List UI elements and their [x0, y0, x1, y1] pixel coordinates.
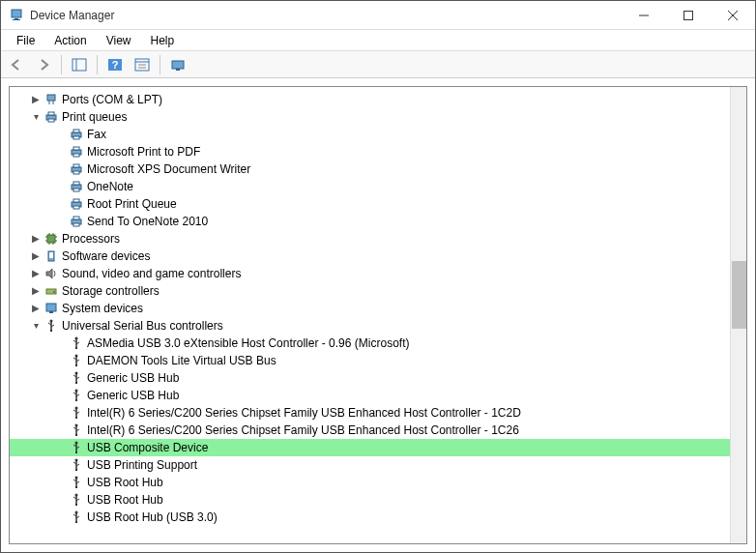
- tree-label: Universal Serial Bus controllers: [60, 317, 223, 335]
- svg-rect-36: [73, 199, 79, 202]
- svg-rect-1: [15, 18, 18, 19]
- svg-point-84: [75, 477, 78, 480]
- printer-icon: [68, 162, 85, 176]
- back-button[interactable]: [5, 54, 28, 75]
- tree-label: USB Root Hub: [85, 491, 163, 509]
- svg-text:?: ?: [112, 59, 119, 71]
- tree-node-usb-item[interactable]: USB Root Hub (USB 3.0): [10, 509, 746, 526]
- tree-panel: ▶ Ports (COM & LPT) ▾ Print queues Fax M…: [9, 86, 747, 544]
- tree-node-usb-item[interactable]: USB Root Hub: [10, 491, 746, 509]
- tree-node-print-item[interactable]: Microsoft Print to PDF: [10, 143, 746, 160]
- tree-node-usb-item-selected[interactable]: USB Composite Device: [10, 439, 746, 456]
- svg-rect-33: [73, 182, 79, 185]
- usb-icon: [68, 354, 85, 367]
- minimize-button[interactable]: [622, 1, 666, 30]
- tree-node-usb-item[interactable]: Generic USB Hub: [10, 387, 746, 404]
- tree-label: Microsoft XPS Document Writer: [85, 160, 250, 178]
- forward-button[interactable]: [32, 54, 55, 75]
- tree-node-software-devices[interactable]: ▶ Software devices: [10, 247, 746, 265]
- menu-help[interactable]: Help: [141, 32, 185, 49]
- menu-action[interactable]: Action: [44, 32, 96, 49]
- tree-node-storage[interactable]: ▶ Storage controllers: [10, 282, 746, 300]
- svg-rect-55: [49, 311, 53, 313]
- printer-icon: [68, 145, 85, 159]
- svg-rect-37: [73, 206, 79, 209]
- vertical-scrollbar[interactable]: [730, 87, 746, 543]
- toolbar-separator: [160, 55, 160, 74]
- tree-node-print-item[interactable]: OneNote: [10, 178, 746, 195]
- chevron-right-icon[interactable]: ▶: [29, 247, 43, 265]
- printer-icon: [68, 180, 85, 193]
- svg-rect-4: [684, 11, 693, 19]
- svg-rect-76: [75, 434, 77, 436]
- device-tree[interactable]: ▶ Ports (COM & LPT) ▾ Print queues Fax M…: [10, 87, 746, 543]
- tree-label: Print queues: [60, 108, 127, 126]
- svg-rect-2: [13, 19, 20, 20]
- tree-node-usb-item[interactable]: USB Root Hub: [10, 474, 746, 491]
- close-button[interactable]: [711, 1, 755, 30]
- chevron-right-icon[interactable]: ▶: [29, 265, 43, 282]
- printer-icon: [68, 215, 85, 228]
- svg-point-90: [75, 511, 78, 514]
- tree-node-usb-item[interactable]: Intel(R) 6 Series/C200 Series Chipset Fa…: [10, 404, 746, 422]
- usb-icon: [68, 406, 85, 420]
- svg-point-78: [75, 442, 78, 445]
- chevron-right-icon[interactable]: ▶: [29, 230, 43, 247]
- storage-icon: [43, 284, 60, 298]
- chevron-right-icon[interactable]: ▶: [29, 282, 43, 300]
- chevron-right-icon[interactable]: ▶: [29, 91, 43, 108]
- window-title: Device Manager: [30, 9, 622, 22]
- show-hide-console-button[interactable]: [68, 54, 91, 75]
- scan-hardware-button[interactable]: [166, 54, 189, 75]
- tree-node-usb-item[interactable]: ASMedia USB 3.0 eXtensible Host Controll…: [10, 335, 746, 352]
- svg-rect-0: [12, 10, 21, 17]
- menubar: File Action View Help: [1, 30, 755, 51]
- svg-point-72: [75, 407, 78, 410]
- properties-button[interactable]: [131, 54, 154, 75]
- tree-node-print-queues[interactable]: ▾ Print queues: [10, 108, 746, 126]
- tree-label: Sound, video and game controllers: [60, 265, 241, 282]
- tree-label: Send To OneNote 2010: [85, 213, 208, 230]
- svg-rect-41: [47, 235, 55, 243]
- svg-rect-73: [75, 417, 77, 419]
- maximize-button[interactable]: [666, 1, 711, 30]
- titlebar: Device Manager: [1, 1, 755, 30]
- tree-node-print-item[interactable]: Root Print Queue: [10, 195, 746, 213]
- usb-icon: [68, 336, 85, 350]
- tree-node-processors[interactable]: ▶ Processors: [10, 230, 746, 247]
- chevron-right-icon[interactable]: ▶: [29, 300, 43, 317]
- svg-rect-28: [73, 154, 79, 157]
- tree-label: Software devices: [60, 247, 150, 265]
- system-icon: [43, 302, 60, 315]
- tree-node-print-item[interactable]: Microsoft XPS Document Writer: [10, 160, 746, 178]
- menu-view[interactable]: View: [97, 32, 141, 49]
- usb-icon: [68, 371, 85, 385]
- svg-rect-31: [73, 171, 79, 174]
- tree-label: Storage controllers: [60, 282, 160, 300]
- usb-icon: [68, 493, 85, 507]
- svg-rect-34: [73, 189, 79, 191]
- tree-node-usb-item[interactable]: DAEMON Tools Lite Virtual USB Bus: [10, 352, 746, 369]
- tree-label: USB Composite Device: [85, 439, 208, 456]
- tree-node-usb-controllers[interactable]: ▾ Universal Serial Bus controllers: [10, 317, 746, 335]
- svg-rect-17: [47, 95, 55, 101]
- svg-rect-79: [75, 451, 77, 453]
- svg-rect-16: [176, 69, 180, 71]
- tree-node-usb-item[interactable]: Generic USB Hub: [10, 369, 746, 387]
- scrollbar-thumb[interactable]: [732, 261, 746, 329]
- tree-label: Fax: [85, 126, 106, 143]
- usb-icon: [68, 476, 85, 489]
- toolbar-separator: [97, 55, 98, 74]
- tree-node-print-item[interactable]: Fax: [10, 126, 746, 143]
- help-button[interactable]: ?: [103, 54, 127, 75]
- tree-node-ports[interactable]: ▶ Ports (COM & LPT): [10, 91, 746, 108]
- tree-node-usb-item[interactable]: Intel(R) 6 Series/C200 Series Chipset Fa…: [10, 422, 746, 439]
- tree-node-system[interactable]: ▶ System devices: [10, 300, 746, 317]
- tree-node-sound[interactable]: ▶ Sound, video and game controllers: [10, 265, 746, 282]
- chevron-down-icon[interactable]: ▾: [29, 317, 43, 335]
- tree-node-print-item[interactable]: Send To OneNote 2010: [10, 213, 746, 230]
- tree-label: USB Root Hub (USB 3.0): [85, 509, 218, 526]
- tree-node-usb-item[interactable]: USB Printing Support: [10, 456, 746, 474]
- menu-file[interactable]: File: [7, 32, 44, 49]
- chevron-down-icon[interactable]: ▾: [29, 108, 43, 126]
